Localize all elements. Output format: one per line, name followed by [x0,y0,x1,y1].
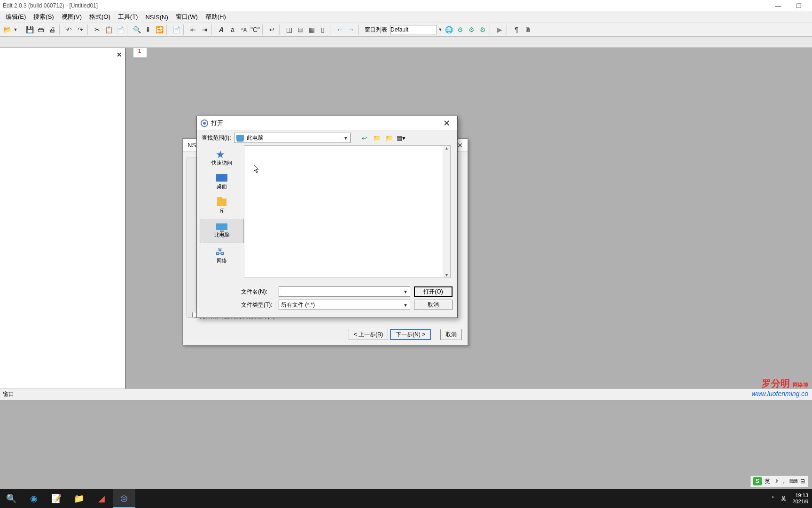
tray-clock[interactable]: 19:13 2021/6 [789,492,812,505]
tile-icon[interactable]: ▦ [306,24,317,35]
menu-help[interactable]: 帮助(H) [202,12,230,22]
menu-format[interactable]: 格式(O) [86,12,114,22]
tray-ime-icon[interactable]: 英 [778,495,789,502]
taskbar-app1-icon[interactable]: ◢ [90,489,113,508]
gear3-icon[interactable]: ⚙ [477,24,488,35]
tabstrip [0,37,812,48]
filetype-combo[interactable]: 所有文件 (*.*) ▼ [279,300,410,310]
main-area: ✕ 1 NSIS ✕ 允许用户选择要安装的组件(A) < 上一步(B) 下一步(… [0,48,812,389]
save-icon[interactable]: 💾 [24,24,35,35]
wizard-close-icon[interactable]: ✕ [457,142,463,149]
wrap-icon[interactable]: ↵ [267,24,277,35]
case2-icon[interactable]: ᴬA [239,24,249,35]
print-icon[interactable]: 🖨 [47,24,57,35]
undo-icon[interactable]: ↶ [64,24,74,35]
cancel-button[interactable]: 取消 [414,300,453,310]
place-this-pc[interactable]: 此电脑 [200,219,244,243]
line-gutter: 1 [133,48,142,57]
save-all-icon[interactable]: 🗃 [36,24,46,35]
taskbar-hmedit-icon[interactable]: ◎ [113,489,135,508]
place-network[interactable]: 🖧 网络 [200,243,244,268]
filename-input[interactable]: ▼ [279,286,410,297]
outdent-icon[interactable]: ⇤ [188,24,198,35]
open-dialog-close-icon[interactable]: ✕ [439,118,453,128]
desktop-icon [216,174,227,182]
wizard-next-button[interactable]: 下一步(N) > [390,329,431,340]
panel-close-icon[interactable]: ✕ [117,51,122,58]
filetype-label: 文件类型(T): [241,301,275,309]
scheme-select[interactable] [390,25,437,34]
maximize-button[interactable]: ☐ [789,2,809,9]
indent-icon[interactable]: ⇥ [199,24,210,35]
taskbar-notepad-icon[interactable]: 📝 [45,489,68,508]
place-desktop[interactable]: 桌面 [200,170,244,194]
editor-surface[interactable] [142,48,147,57]
menu-window[interactable]: 窗口(W) [172,12,202,22]
titlebar: Edit 2.0.3 (build 060712) - [Untitled01]… [0,0,812,11]
lookin-dropdown-icon[interactable]: ▼ [344,135,348,141]
dropdown-icon[interactable]: ▼ [13,24,18,35]
menu-tools[interactable]: 工具(T) [114,12,142,22]
filetype-dropdown-icon[interactable]: ▼ [403,302,408,308]
nav-up-icon[interactable]: 📁 [372,133,382,143]
full-icon[interactable]: ▯ [318,24,328,35]
find-icon[interactable]: 🔍 [132,24,142,35]
ime-bar[interactable]: S 英 ☽ ， ⌨ ⊟ [750,475,808,487]
globe-icon[interactable]: 🌐 [444,24,454,35]
bold-icon[interactable]: A [216,24,226,35]
quote-icon[interactable]: "C" [250,24,260,35]
tray-chevron-icon[interactable]: ˄ [768,496,778,502]
star-icon: ★ [216,149,228,158]
menu-search[interactable]: 搜索(S) [30,12,57,22]
scroll-up-icon[interactable]: ▲ [445,146,449,151]
place-quick-access[interactable]: ★ 快速访问 [200,145,244,170]
lookin-label: 查找范围(I): [202,134,231,142]
view-mode-icon[interactable]: ▦▾ [397,133,406,143]
split-v-icon[interactable]: ⊟ [295,24,305,35]
minimize-button[interactable]: — [768,2,789,9]
taskbar-edge-icon[interactable]: ◉ [23,489,45,508]
find-next-icon[interactable]: ⬇ [143,24,153,35]
ime-moon-icon[interactable]: ☽ [773,478,778,484]
back-icon[interactable]: ← [335,24,345,35]
cut-icon[interactable]: ✂ [92,24,102,35]
replace-icon[interactable]: 🔁 [154,24,164,35]
forward-icon[interactable]: → [346,24,356,35]
ime-menu-icon[interactable]: ⊟ [800,478,805,484]
open-icon[interactable]: 📂 [2,24,12,35]
gear2-icon[interactable]: ⚙ [466,24,476,35]
ime-keyboard-icon[interactable]: ⌨ [789,478,797,484]
filename-dropdown-icon[interactable]: ▼ [403,289,408,294]
paste-icon[interactable]: 📄 [115,24,125,35]
nav-back-icon[interactable]: ↩ [360,133,369,143]
file-list-pane[interactable]: ▲ ▼ [244,145,451,278]
case-icon[interactable]: a [227,24,238,35]
pilcrow-icon[interactable]: ¶ [511,24,522,35]
redo-icon[interactable]: ↷ [75,24,86,35]
dialog-app-icon [201,119,208,127]
menu-view[interactable]: 视图(V) [58,12,86,22]
taskbar-explorer-icon[interactable]: 📁 [68,489,90,508]
dropdown2-icon[interactable]: ▼ [438,24,443,35]
new-folder-icon[interactable]: 📁 [384,133,394,143]
menu-edit[interactable]: 编辑(E) [2,12,30,22]
pc-icon [236,135,244,141]
ime-sogou-icon[interactable]: S [753,477,762,485]
file-list-scrollbar[interactable]: ▲ ▼ [443,146,450,278]
lookin-combo[interactable]: 此电脑 ▼ [234,133,351,143]
wizard-back-button[interactable]: < 上一步(B) [349,329,388,340]
statusbar: 窗口 [0,389,812,400]
split-h-icon[interactable]: ◫ [284,24,294,35]
scroll-down-icon[interactable]: ▼ [445,273,449,278]
gear1-icon[interactable]: ⚙ [455,24,465,35]
menu-nsis[interactable]: NSIS(N) [141,13,172,22]
doc-icon[interactable]: 🗎 [523,24,533,35]
taskbar-search-icon[interactable]: 🔍 [0,489,23,508]
copy-icon[interactable]: 📋 [103,24,114,35]
wizard-cancel-button[interactable]: 取消 [440,329,462,340]
new-doc-icon[interactable]: 📄 [171,24,181,35]
ime-comma-icon[interactable]: ， [781,477,787,485]
open-button[interactable]: 打开(O) [414,286,453,297]
play-icon[interactable]: ▶ [494,24,505,35]
place-library[interactable]: 库 [200,194,244,219]
